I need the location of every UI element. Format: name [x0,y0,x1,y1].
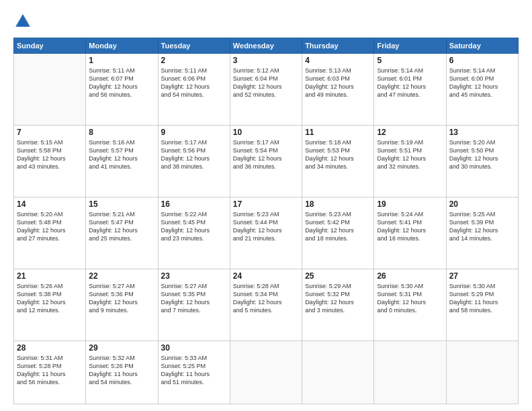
day-info: Sunrise: 5:21 AM Sunset: 5:47 PM Dayligh… [89,210,154,243]
calendar-cell [446,340,518,404]
day-info: Sunrise: 5:18 AM Sunset: 5:53 PM Dayligh… [305,138,371,171]
calendar-header-row: SundayMondayTuesdayWednesdayThursdayFrid… [14,38,519,54]
day-info: Sunrise: 5:14 AM Sunset: 6:00 PM Dayligh… [449,66,515,99]
calendar-cell: 29Sunrise: 5:32 AM Sunset: 5:26 PM Dayli… [86,340,158,404]
day-number: 5 [377,56,443,65]
day-info: Sunrise: 5:28 AM Sunset: 5:34 PM Dayligh… [233,282,299,315]
day-info: Sunrise: 5:31 AM Sunset: 5:28 PM Dayligh… [17,354,83,387]
calendar-cell: 13Sunrise: 5:20 AM Sunset: 5:50 PM Dayli… [446,125,518,197]
calendar-cell: 25Sunrise: 5:29 AM Sunset: 5:32 PM Dayli… [302,269,374,340]
page: SundayMondayTuesdayWednesdayThursdayFrid… [0,0,532,411]
day-number: 19 [377,199,443,209]
day-number: 28 [17,343,83,353]
day-info: Sunrise: 5:14 AM Sunset: 6:01 PM Dayligh… [377,66,443,99]
day-info: Sunrise: 5:17 AM Sunset: 5:54 PM Dayligh… [233,138,299,171]
day-number: 13 [449,128,515,137]
day-number: 11 [305,128,371,137]
calendar-week-row: 7Sunrise: 5:15 AM Sunset: 5:58 PM Daylig… [14,125,519,197]
day-number: 14 [17,199,83,209]
day-number: 26 [377,271,443,281]
calendar-week-row: 14Sunrise: 5:20 AM Sunset: 5:48 PM Dayli… [14,197,519,269]
day-info: Sunrise: 5:23 AM Sunset: 5:42 PM Dayligh… [305,210,371,243]
day-number: 23 [161,271,227,281]
calendar-cell: 12Sunrise: 5:19 AM Sunset: 5:51 PM Dayli… [374,125,446,197]
calendar-table: SundayMondayTuesdayWednesdayThursdayFrid… [13,38,519,404]
day-info: Sunrise: 5:17 AM Sunset: 5:56 PM Dayligh… [161,138,227,171]
calendar-header-thursday: Thursday [302,38,374,54]
day-info: Sunrise: 5:13 AM Sunset: 6:03 PM Dayligh… [305,66,371,99]
day-info: Sunrise: 5:15 AM Sunset: 5:58 PM Dayligh… [17,138,83,171]
calendar-cell: 10Sunrise: 5:17 AM Sunset: 5:54 PM Dayli… [230,125,302,197]
calendar-cell: 21Sunrise: 5:26 AM Sunset: 5:38 PM Dayli… [14,269,86,340]
calendar-cell [230,340,302,404]
day-info: Sunrise: 5:16 AM Sunset: 5:57 PM Dayligh… [89,138,154,171]
calendar-cell: 23Sunrise: 5:27 AM Sunset: 5:35 PM Dayli… [158,269,230,340]
day-number: 29 [89,343,154,353]
day-number: 20 [449,199,515,209]
logo-icon [13,12,32,31]
calendar-cell: 3Sunrise: 5:12 AM Sunset: 6:04 PM Daylig… [230,54,302,126]
calendar-header-sunday: Sunday [14,38,86,54]
day-number: 4 [305,56,371,65]
calendar-cell: 7Sunrise: 5:15 AM Sunset: 5:58 PM Daylig… [14,125,86,197]
day-info: Sunrise: 5:19 AM Sunset: 5:51 PM Dayligh… [377,138,443,171]
calendar-cell: 9Sunrise: 5:17 AM Sunset: 5:56 PM Daylig… [158,125,230,197]
day-info: Sunrise: 5:23 AM Sunset: 5:44 PM Dayligh… [233,210,299,243]
day-number: 17 [233,199,299,209]
day-number: 3 [233,56,299,65]
day-info: Sunrise: 5:32 AM Sunset: 5:26 PM Dayligh… [89,354,154,387]
calendar-cell: 8Sunrise: 5:16 AM Sunset: 5:57 PM Daylig… [86,125,158,197]
calendar-cell [302,340,374,404]
calendar-cell: 20Sunrise: 5:25 AM Sunset: 5:39 PM Dayli… [446,197,518,269]
calendar-week-row: 21Sunrise: 5:26 AM Sunset: 5:38 PM Dayli… [14,269,519,340]
calendar-week-row: 1Sunrise: 5:11 AM Sunset: 6:07 PM Daylig… [14,54,519,126]
day-number: 9 [161,128,227,137]
day-number: 16 [161,199,227,209]
day-number: 8 [89,128,154,137]
calendar-cell: 15Sunrise: 5:21 AM Sunset: 5:47 PM Dayli… [86,197,158,269]
calendar-cell: 11Sunrise: 5:18 AM Sunset: 5:53 PM Dayli… [302,125,374,197]
day-info: Sunrise: 5:22 AM Sunset: 5:45 PM Dayligh… [161,210,227,243]
calendar-cell: 19Sunrise: 5:24 AM Sunset: 5:41 PM Dayli… [374,197,446,269]
day-info: Sunrise: 5:27 AM Sunset: 5:36 PM Dayligh… [89,282,154,315]
day-number: 15 [89,199,154,209]
calendar-header-saturday: Saturday [446,38,518,54]
calendar-cell: 18Sunrise: 5:23 AM Sunset: 5:42 PM Dayli… [302,197,374,269]
day-info: Sunrise: 5:11 AM Sunset: 6:06 PM Dayligh… [161,66,227,99]
day-info: Sunrise: 5:33 AM Sunset: 5:25 PM Dayligh… [161,354,227,387]
day-number: 1 [89,56,154,65]
day-number: 21 [17,271,83,281]
calendar-header-tuesday: Tuesday [158,38,230,54]
calendar-cell: 24Sunrise: 5:28 AM Sunset: 5:34 PM Dayli… [230,269,302,340]
calendar-cell: 16Sunrise: 5:22 AM Sunset: 5:45 PM Dayli… [158,197,230,269]
day-info: Sunrise: 5:30 AM Sunset: 5:31 PM Dayligh… [377,282,443,315]
logo [13,12,35,31]
calendar-cell: 22Sunrise: 5:27 AM Sunset: 5:36 PM Dayli… [86,269,158,340]
day-info: Sunrise: 5:27 AM Sunset: 5:35 PM Dayligh… [161,282,227,315]
calendar-cell: 6Sunrise: 5:14 AM Sunset: 6:00 PM Daylig… [446,54,518,126]
calendar-cell: 5Sunrise: 5:14 AM Sunset: 6:01 PM Daylig… [374,54,446,126]
calendar-header-wednesday: Wednesday [230,38,302,54]
day-info: Sunrise: 5:26 AM Sunset: 5:38 PM Dayligh… [17,282,83,315]
calendar-cell: 17Sunrise: 5:23 AM Sunset: 5:44 PM Dayli… [230,197,302,269]
day-info: Sunrise: 5:25 AM Sunset: 5:39 PM Dayligh… [449,210,515,243]
calendar-cell: 26Sunrise: 5:30 AM Sunset: 5:31 PM Dayli… [374,269,446,340]
day-number: 6 [449,56,515,65]
day-number: 18 [305,199,371,209]
day-number: 24 [233,271,299,281]
day-number: 12 [377,128,443,137]
day-info: Sunrise: 5:20 AM Sunset: 5:50 PM Dayligh… [449,138,515,171]
calendar-cell [14,54,86,126]
calendar-cell: 28Sunrise: 5:31 AM Sunset: 5:28 PM Dayli… [14,340,86,404]
day-info: Sunrise: 5:12 AM Sunset: 6:04 PM Dayligh… [233,66,299,99]
calendar-cell: 27Sunrise: 5:30 AM Sunset: 5:29 PM Dayli… [446,269,518,340]
day-number: 27 [449,271,515,281]
calendar-header-friday: Friday [374,38,446,54]
day-info: Sunrise: 5:30 AM Sunset: 5:29 PM Dayligh… [449,282,515,315]
calendar-cell [374,340,446,404]
day-number: 10 [233,128,299,137]
day-number: 22 [89,271,154,281]
day-number: 30 [161,343,227,353]
day-number: 25 [305,271,371,281]
calendar-cell: 1Sunrise: 5:11 AM Sunset: 6:07 PM Daylig… [86,54,158,126]
